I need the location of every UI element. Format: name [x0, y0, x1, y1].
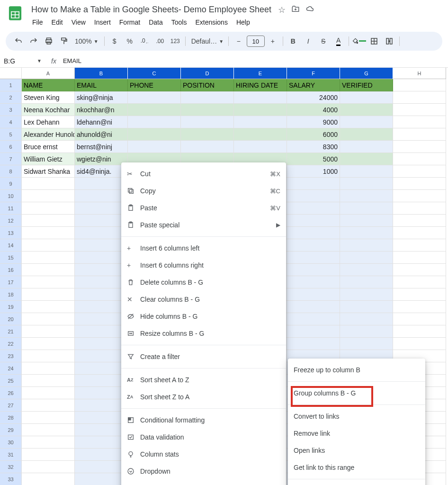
cell[interactable]	[393, 313, 446, 325]
cell[interactable]	[393, 116, 446, 128]
cell[interactable]: POSITION	[181, 79, 234, 91]
cell[interactable]	[75, 202, 128, 215]
cell[interactable]	[22, 264, 75, 276]
cell[interactable]	[287, 325, 340, 338]
cell[interactable]	[75, 399, 128, 412]
cell[interactable]: 9000	[287, 116, 340, 128]
cell[interactable]	[393, 301, 446, 313]
cell[interactable]	[393, 239, 446, 251]
menu-hide-cols[interactable]: Hide columns B - G	[121, 308, 286, 325]
print-button[interactable]	[42, 34, 56, 48]
row-header[interactable]: 4	[0, 116, 22, 128]
cell[interactable]	[393, 325, 446, 338]
menu-sort-az[interactable]: AZSort sheet A to Z	[121, 371, 286, 388]
cell[interactable]	[234, 104, 287, 116]
menu-insert-cols-left[interactable]: +Insert 6 columns left	[121, 240, 286, 257]
select-all-corner[interactable]	[0, 68, 22, 79]
cell[interactable]	[393, 202, 446, 215]
cell[interactable]	[287, 264, 340, 276]
cell[interactable]	[393, 338, 446, 350]
cell[interactable]	[75, 190, 128, 202]
cell[interactable]	[22, 412, 75, 424]
cell[interactable]	[75, 375, 128, 387]
cell[interactable]	[22, 215, 75, 227]
cell[interactable]	[393, 190, 446, 202]
cell[interactable]	[393, 91, 446, 104]
cell[interactable]	[75, 288, 128, 301]
zoom-dropdown[interactable]: 100%▼	[72, 37, 101, 45]
font-dropdown[interactable]: Defaul…▼	[188, 37, 225, 45]
row-header[interactable]: 33	[0, 473, 22, 485]
menu-cut[interactable]: ✂Cut⌘X	[121, 165, 286, 182]
fontsize-input[interactable]: 10	[247, 36, 265, 47]
cell[interactable]	[75, 301, 128, 313]
cell[interactable]	[287, 251, 340, 264]
col-header-c[interactable]: C	[128, 68, 181, 79]
row-header[interactable]: 17	[0, 276, 22, 288]
col-header-h[interactable]: H	[393, 68, 446, 79]
cell[interactable]: 6000	[287, 128, 340, 141]
row-header[interactable]: 20	[0, 313, 22, 325]
cell[interactable]	[340, 165, 393, 178]
cell[interactable]	[287, 178, 340, 190]
row-header[interactable]: 15	[0, 251, 22, 264]
cell[interactable]	[75, 338, 128, 350]
decrease-decimal-button[interactable]: .0←	[138, 34, 152, 48]
menu-paste-special[interactable]: Paste special▶	[121, 216, 286, 234]
row-header[interactable]: 23	[0, 350, 22, 362]
cell[interactable]	[287, 190, 340, 202]
cell[interactable]	[22, 436, 75, 449]
cell[interactable]	[128, 141, 181, 153]
row-header[interactable]: 31	[0, 449, 22, 461]
move-icon[interactable]	[291, 5, 300, 15]
cell[interactable]	[75, 350, 128, 362]
menu-data-extraction[interactable]: Data extraction	[121, 480, 286, 485]
cell[interactable]: Neena Kochhar	[22, 104, 75, 116]
cell[interactable]	[340, 239, 393, 251]
cell[interactable]	[340, 141, 393, 153]
row-header[interactable]: 30	[0, 436, 22, 449]
cell[interactable]: sid4@ninja.	[75, 165, 128, 178]
cell[interactable]	[340, 91, 393, 104]
star-icon[interactable]: ☆	[278, 5, 286, 15]
cell[interactable]	[340, 276, 393, 288]
cell[interactable]	[393, 276, 446, 288]
menu-column-stats[interactable]: Column stats	[121, 446, 286, 463]
menu-file[interactable]: File	[28, 17, 47, 28]
more-formats-button[interactable]: 123	[168, 34, 182, 48]
row-header[interactable]: 27	[0, 399, 22, 412]
col-header-g[interactable]: G	[340, 68, 393, 79]
cell[interactable]	[22, 461, 75, 473]
cell[interactable]	[75, 412, 128, 424]
cell[interactable]: 4000	[287, 104, 340, 116]
cell[interactable]	[128, 104, 181, 116]
cell[interactable]	[22, 350, 75, 362]
menu-create-filter[interactable]: Create a filter	[121, 348, 286, 365]
cell[interactable]	[393, 79, 446, 91]
cell[interactable]	[75, 325, 128, 338]
menu-clear-cols[interactable]: ✕Clear columns B - G	[121, 291, 286, 308]
menu-format[interactable]: Format	[116, 17, 144, 28]
cell[interactable]	[287, 313, 340, 325]
cell[interactable]	[22, 288, 75, 301]
cell[interactable]	[393, 288, 446, 301]
cell[interactable]	[340, 153, 393, 165]
borders-button[interactable]	[367, 34, 381, 48]
sheets-logo[interactable]	[6, 4, 25, 23]
col-header-e[interactable]: E	[234, 68, 287, 79]
menu-delete-cols[interactable]: Delete columns B - G	[121, 274, 286, 291]
cell[interactable]: 1000	[287, 165, 340, 178]
menu-edit[interactable]: Edit	[48, 17, 67, 28]
submenu-randomize[interactable]: Randomize range	[288, 482, 425, 485]
cell[interactable]	[393, 104, 446, 116]
percent-button[interactable]: %	[123, 34, 137, 48]
cell[interactable]	[340, 190, 393, 202]
cell[interactable]	[340, 104, 393, 116]
row-header[interactable]: 32	[0, 461, 22, 473]
cell[interactable]	[340, 251, 393, 264]
submenu-open-links[interactable]: Open links	[288, 442, 425, 459]
cell[interactable]	[75, 473, 128, 485]
cell[interactable]	[287, 202, 340, 215]
cell[interactable]: nkochhar@n	[75, 104, 128, 116]
cell[interactable]	[340, 202, 393, 215]
